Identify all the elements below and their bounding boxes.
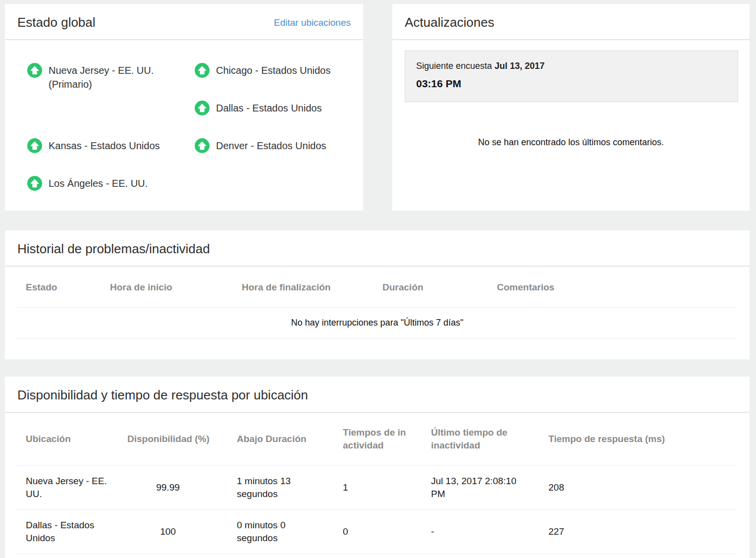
availability-column-header-4: Último tiempo de inactividad bbox=[423, 413, 540, 466]
outage-column-header-1: Hora de inicio bbox=[102, 267, 233, 308]
outage-history-header: Historial de problemas/inactividad bbox=[5, 230, 750, 267]
outage-header-row: EstadoHora de inicioHora de finalización… bbox=[17, 267, 737, 308]
outage-column-header-3: Duración bbox=[374, 267, 488, 308]
outage-history-table: EstadoHora de inicioHora de finalización… bbox=[17, 267, 737, 339]
availability-row: Nueva Jersey - EE. UU.99.991 minutos 13 … bbox=[17, 466, 737, 510]
location-status-item: Nueva Jersey - EE. UU. (Primario) bbox=[27, 60, 195, 98]
availability-cell-5: 208 bbox=[540, 466, 737, 510]
availability-header-row: UbicaciónDisponibilidad (%)Abajo Duració… bbox=[17, 413, 737, 466]
updates-title: Actualizaciones bbox=[405, 15, 494, 30]
availability-cell-3: 1 bbox=[334, 466, 423, 510]
next-poll-box: Siguiente encuestaJul 13, 2017 03:16 PM bbox=[405, 51, 738, 102]
updates-empty-message: No se han encontrado los últimos comenta… bbox=[392, 137, 750, 148]
status-up-arrow-icon bbox=[27, 176, 42, 191]
availability-cell-3: 0 bbox=[334, 510, 423, 554]
availability-body: Nueva Jersey - EE. UU.99.991 minutos 13 … bbox=[17, 466, 737, 554]
location-status-item: Denver - Estados Unidos bbox=[195, 135, 351, 173]
outage-column-header-2: Hora de finalización bbox=[233, 267, 374, 308]
location-label: Dallas - Estados Unidos bbox=[216, 101, 322, 115]
global-status-title: Estado global bbox=[17, 15, 96, 30]
availability-header: Disponibilidad y tiempo de respuesta por… bbox=[5, 377, 750, 413]
location-status-item: Dallas - Estados Unidos bbox=[195, 98, 351, 135]
availability-cell-1: 100 bbox=[119, 510, 228, 554]
status-up-arrow-icon bbox=[195, 138, 210, 153]
status-up-arrow-icon bbox=[195, 101, 210, 115]
location-label: Denver - Estados Unidos bbox=[216, 139, 326, 153]
next-poll-line: Siguiente encuestaJul 13, 2017 bbox=[416, 61, 728, 71]
global-status-grid: Nueva Jersey - EE. UU. (Primario)Chicago… bbox=[27, 60, 351, 211]
availability-cell-4: Jul 13, 2017 2:08:10 PM bbox=[423, 466, 540, 510]
availability-title: Disponibilidad y tiempo de respuesta por… bbox=[17, 388, 308, 403]
outage-history-panel: Historial de problemas/inactividad Estad… bbox=[5, 230, 750, 359]
availability-cell-2: 0 minutos 0 segundos bbox=[228, 510, 334, 554]
outage-empty-row: No hay interrupciones para "Últimos 7 dí… bbox=[17, 308, 737, 339]
availability-cell-1: 99.99 bbox=[119, 466, 228, 510]
availability-cell-4: - bbox=[423, 510, 540, 554]
status-up-arrow-icon bbox=[27, 63, 42, 78]
location-label: Kansas - Estados Unidos bbox=[49, 139, 160, 153]
location-status-item: Los Ángeles - EE. UU. bbox=[27, 173, 195, 211]
location-label: Chicago - Estados Unidos bbox=[216, 63, 330, 77]
outage-history-title: Historial de problemas/inactividad bbox=[17, 241, 210, 257]
top-row: Estado global Editar ubicaciones Nueva J… bbox=[5, 4, 750, 211]
outage-column-header-0: Estado bbox=[17, 267, 102, 308]
global-status-panel: Estado global Editar ubicaciones Nueva J… bbox=[5, 4, 363, 211]
status-up-arrow-icon bbox=[27, 138, 42, 153]
updates-header: Actualizaciones bbox=[392, 4, 750, 40]
location-status-item: Kansas - Estados Unidos bbox=[27, 135, 195, 173]
outage-empty-cell: No hay interrupciones para "Últimos 7 dí… bbox=[17, 308, 737, 339]
availability-column-header-1: Disponibilidad (%) bbox=[119, 413, 228, 466]
status-up-arrow-icon bbox=[195, 63, 210, 78]
availability-cell-0: Dallas - Estados Unidos bbox=[17, 510, 119, 554]
availability-table: UbicaciónDisponibilidad (%)Abajo Duració… bbox=[17, 413, 737, 554]
availability-cell-2: 1 minutos 13 segundos bbox=[228, 466, 334, 510]
availability-column-header-0: Ubicación bbox=[17, 413, 119, 466]
availability-cell-0: Nueva Jersey - EE. UU. bbox=[17, 466, 119, 510]
availability-row: Dallas - Estados Unidos1000 minutos 0 se… bbox=[17, 510, 737, 554]
availability-column-header-2: Abajo Duración bbox=[228, 413, 334, 466]
availability-column-header-3: Tiempos de in actividad bbox=[334, 413, 423, 466]
next-poll-time: 03:16 PM bbox=[416, 78, 728, 90]
location-label: Los Ángeles - EE. UU. bbox=[49, 176, 148, 190]
global-status-header: Estado global Editar ubicaciones bbox=[5, 4, 363, 40]
next-poll-label: Siguiente encuesta bbox=[416, 61, 492, 71]
availability-cell-5: 227 bbox=[540, 510, 737, 554]
availability-column-header-5: Tiempo de respuesta (ms) bbox=[540, 413, 737, 466]
edit-locations-link[interactable]: Editar ubicaciones bbox=[274, 17, 351, 28]
outage-column-header-4: Comentarios bbox=[488, 267, 737, 308]
availability-panel: Disponibilidad y tiempo de respuesta por… bbox=[5, 377, 750, 558]
location-label: Nueva Jersey - EE. UU. (Primario) bbox=[49, 63, 186, 91]
next-poll-date: Jul 13, 2017 bbox=[494, 61, 544, 71]
location-status-item: Chicago - Estados Unidos bbox=[195, 60, 351, 98]
updates-panel: Actualizaciones Siguiente encuestaJul 13… bbox=[392, 4, 750, 211]
